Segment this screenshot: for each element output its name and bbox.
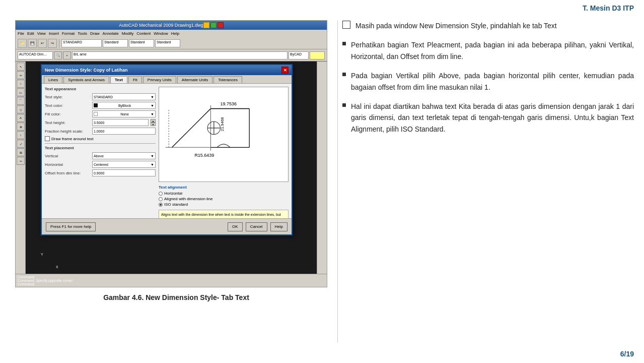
offset-input[interactable]: 0.9000	[92, 169, 156, 176]
autocad-toolbar: 📁 💾 ↩ ↪ STANDARD Standard Standard Stand…	[16, 37, 327, 49]
left-btn-3[interactable]: ○	[17, 80, 25, 88]
left-btn-12[interactable]: ✂	[17, 157, 25, 165]
left-btn-5[interactable]: ⌒	[17, 97, 25, 105]
autocad-toolbar-2: AUTOCAD Dim... 🔍 × B/L ame ByCAD	[16, 49, 327, 62]
horizontal-value: Centered	[94, 163, 108, 166]
bullet-item-3: Pada bagian Vertikal pilih Above, pada b…	[342, 70, 634, 93]
left-btn-11[interactable]: ⊞	[17, 148, 25, 156]
toolbar-btn-3[interactable]: ↩	[38, 39, 47, 48]
tab-primary[interactable]: Primary Units	[143, 76, 176, 83]
vertical-row: Vertical Above ▼	[45, 152, 156, 159]
bullet-checkbox-1	[342, 21, 350, 29]
text-style-label: Text style:	[45, 95, 90, 99]
autocad-title: AutoCAD Mechanical 2009 Drawing1.dwg	[119, 23, 203, 28]
left-btn-1[interactable]: ↖	[17, 63, 25, 71]
text-height-input[interactable]: 3.5000	[92, 119, 149, 126]
radio-aligned-btn[interactable]	[159, 197, 163, 201]
left-btn-2[interactable]: ✏	[17, 71, 25, 79]
radio-iso-btn[interactable]	[159, 203, 163, 207]
fill-color-value: None	[120, 112, 129, 116]
radio-horizontal-label: Horizontal	[164, 191, 182, 196]
svg-text:21.9468: 21.9468	[220, 117, 225, 132]
toolbar-btn-4[interactable]: ↪	[48, 39, 57, 48]
dropdown-arrow-v: ▼	[151, 154, 154, 158]
alignment-title: Text alignment	[159, 185, 289, 190]
autocad-menubar: FileEditViewInsert FormatToolsDrawAnnota…	[16, 30, 327, 37]
text-color-label: Text color:	[45, 103, 90, 108]
text-style-dropdown[interactable]: STANDARD ▼	[92, 93, 156, 100]
height-down[interactable]: ▼	[151, 123, 156, 126]
fill-color-dropdown[interactable]: None ▼	[92, 110, 156, 117]
autocad-body: ↖ ✏ ○ ▭ ⌒ ◇ A ⊕ ↕ ⤢ ⊞ ✂ New Dimensio	[16, 62, 327, 274]
left-btn-6[interactable]: ◇	[17, 105, 25, 113]
vertical-dropdown[interactable]: Above ▼	[92, 152, 156, 159]
text-placement-title: Text placement	[45, 146, 156, 150]
radio-aligned-label: Aligned with dimension line	[164, 197, 213, 201]
dialog-new-dimension-style: New Dimension Style: Copy of Latihan ✕ L…	[41, 64, 293, 235]
left-panel: AutoCAD Mechanical 2009 Drawing1.dwg Fil…	[15, 20, 337, 343]
screenshot-area: AutoCAD Mechanical 2009 Drawing1.dwg Fil…	[15, 20, 327, 287]
bullet-square-2	[342, 42, 346, 45]
left-btn-10[interactable]: ⤢	[17, 140, 25, 148]
left-btn-7[interactable]: A	[17, 114, 25, 122]
offset-row: Offset from dim line: 0.9000	[45, 169, 156, 176]
horizontal-dropdown[interactable]: Centered ▼	[92, 161, 156, 168]
toolbar-btn-2[interactable]: 💾	[28, 39, 37, 48]
autocad-statusbar: Command: Command: Specify opposite corne…	[16, 274, 327, 287]
fraction-height-row: Fraction height scale: 1.0000	[45, 128, 156, 135]
tab-lines[interactable]: Lines	[44, 76, 62, 83]
dialog-left-section: Text appearance Text style: STANDARD ▼ T…	[45, 87, 156, 225]
svg-line-0	[172, 109, 211, 148]
toolbar-btn-1[interactable]: 📁	[18, 39, 27, 48]
text-height-value: 3.5000	[94, 121, 104, 125]
left-btn-9[interactable]: ↕	[17, 131, 25, 139]
text-height-label: Text height:	[45, 120, 90, 125]
text-color-dropdown[interactable]: ByBlock ▼	[92, 102, 156, 109]
tab-symbols[interactable]: Symbols and Arrows	[63, 76, 109, 83]
radio-iso-label: ISO standard	[164, 202, 188, 207]
dialog-right-section: 19.7536 21.9468 R15.6439	[159, 87, 289, 225]
panel-divider	[337, 20, 338, 343]
left-btn-4[interactable]: ▭	[17, 88, 25, 96]
draw-frame-checkbox[interactable]	[45, 136, 50, 141]
model-tab[interactable]: MODEL	[307, 287, 317, 287]
tab-fit[interactable]: Fit	[128, 76, 142, 83]
fraction-height-value: 1.0000	[94, 130, 104, 133]
tab-alternate[interactable]: Alternate Units	[177, 76, 212, 83]
vertical-label: Vertical	[45, 154, 90, 158]
tab-text[interactable]: Text	[110, 76, 127, 83]
dropdown-arrow-2: ▼	[151, 104, 154, 107]
text-color-row: Text color: ByBlock ▼	[45, 102, 156, 109]
grid-btn[interactable]: ⊞	[318, 287, 325, 287]
svg-text:R15.6439: R15.6439	[194, 153, 214, 158]
autocad-canvas: New Dimension Style: Copy of Latihan ✕ L…	[26, 62, 317, 274]
dialog-footer: Press F1 for more help OK Cancel Help	[42, 218, 292, 234]
radio-horizontal-btn[interactable]	[159, 192, 163, 196]
dropdown-arrow: ▼	[151, 95, 154, 99]
bullet-square-4	[342, 103, 346, 107]
cancel-button[interactable]: Cancel	[246, 222, 267, 231]
bullet-text-2: Perhatikan bagian Text Pleacment, pada b…	[351, 39, 634, 62]
fill-color-label: Fill color:	[45, 112, 90, 116]
offset-label: Offset from dim line:	[45, 171, 90, 175]
dialog-content: Text appearance Text style: STANDARD ▼ T…	[42, 84, 292, 228]
dialog-close-button[interactable]: ✕	[281, 67, 289, 74]
header-title: T. Mesin D3 ITP	[573, 0, 644, 16]
fraction-height-input[interactable]: 1.0000	[92, 128, 156, 135]
draw-frame-label: Draw frame around text	[51, 137, 94, 141]
left-btn-8[interactable]: ⊕	[17, 123, 25, 131]
text-height-row: Text height: 3.5000 ▲ ▼	[45, 119, 156, 126]
bullet-item-4: Hal ini dapat diartikan bahwa text Kita …	[342, 101, 634, 135]
height-up[interactable]: ▲	[151, 119, 156, 123]
text-appearance-title: Text appearance	[45, 87, 156, 91]
help-button[interactable]: Help	[270, 222, 288, 231]
figure-caption: Gambar 4.6. New Dimension Style- Tab Tex…	[15, 293, 337, 301]
bullet-text-1: Masih pada window New Dimension Style, p…	[355, 20, 557, 31]
horizontal-label: Horizontal	[45, 162, 90, 167]
bullet-item-1: Masih pada window New Dimension Style, p…	[342, 20, 634, 31]
text-color-value: ByBlock	[118, 104, 131, 107]
tab-tolerances[interactable]: Tolerances	[213, 76, 242, 83]
press-f1-btn[interactable]: Press F1 for more help	[46, 222, 96, 231]
dialog-tabs: Lines Symbols and Arrows Text Fit Primar…	[42, 75, 292, 84]
ok-button[interactable]: OK	[228, 222, 243, 231]
